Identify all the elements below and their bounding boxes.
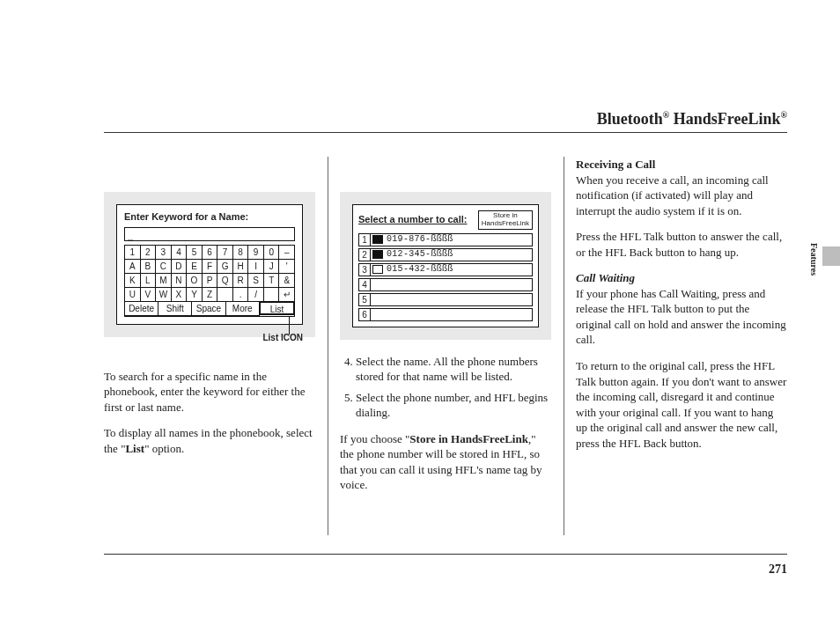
row-index: 2 (358, 248, 371, 261)
key-3[interactable]: 3 (156, 246, 172, 260)
text-span: If you choose " (340, 432, 409, 445)
col1-paragraph-2: To display all names in the phonebook, s… (104, 425, 315, 456)
row-index: 1 (358, 233, 371, 246)
key-m[interactable]: M (156, 274, 172, 288)
key-j[interactable]: J (264, 260, 280, 274)
key-a[interactable]: A (125, 260, 141, 274)
key-2[interactable]: 2 (141, 246, 157, 260)
key-d[interactable]: D (172, 260, 188, 274)
key-l[interactable]: L (141, 274, 157, 288)
space-button[interactable]: Space (192, 302, 225, 316)
call-waiting-paragraph: Call Waiting If your phone has Call Wait… (576, 270, 787, 348)
key-y[interactable]: Y (187, 288, 203, 302)
key-1[interactable]: 1 (125, 246, 141, 260)
key-f[interactable]: F (203, 260, 218, 274)
receiving-call-heading: Receiving a Call (576, 158, 655, 171)
delete-button[interactable]: Delete (125, 302, 158, 316)
number-row-1[interactable]: 1 019-876-ßßßß (358, 233, 533, 246)
phone-number: 019-876-ßßßß (387, 233, 453, 246)
text-span: When you receive a call, an incoming cal… (576, 173, 769, 217)
column-2: Select a number to call: Store in HandsF… (328, 157, 551, 504)
key-o[interactable]: O (187, 274, 203, 288)
number-list-screen: Select a number to call: Store in HandsF… (352, 204, 539, 327)
key-5[interactable]: 5 (187, 246, 203, 260)
title-word-1: Bluetooth (597, 110, 663, 128)
key-h[interactable]: H (233, 260, 249, 274)
key-n[interactable]: N (172, 274, 188, 288)
key-x[interactable]: X (172, 288, 188, 302)
text-span: If your phone has Call Waiting, press an… (576, 287, 786, 347)
mobile-icon (372, 235, 383, 244)
key-blank[interactable] (217, 288, 233, 302)
key-s[interactable]: S (248, 274, 264, 288)
key-p[interactable]: P (203, 274, 218, 288)
row-value (371, 278, 533, 291)
row-index: 3 (358, 263, 371, 276)
home-icon (372, 265, 383, 274)
key-apostrophe[interactable]: ' (279, 260, 294, 274)
col3-paragraph-2: Press the HFL Talk button to answer the … (576, 229, 787, 260)
key-w[interactable]: W (156, 288, 172, 302)
text-span: HandsFreeLink (482, 220, 529, 228)
key-u[interactable]: U (125, 288, 141, 302)
number-row-4[interactable]: 4 (358, 278, 533, 291)
number-row-3[interactable]: 3 015-432-ßßßß (358, 263, 533, 276)
bold-store-phrase: Store in HandsFreeLink (409, 432, 528, 445)
key-6[interactable]: 6 (203, 246, 218, 260)
number-list-heading: Select a number to call: (358, 213, 478, 226)
key-c[interactable]: C (156, 260, 172, 274)
key-k[interactable]: K (125, 274, 141, 288)
row-value (371, 308, 533, 321)
key-9[interactable]: 9 (248, 246, 264, 260)
key-8[interactable]: 8 (233, 246, 249, 260)
key-blank2[interactable] (264, 288, 280, 302)
key-g[interactable]: G (217, 260, 233, 274)
number-list-screenshot: Select a number to call: Store in HandsF… (340, 192, 551, 340)
key-dash[interactable]: – (279, 246, 294, 260)
keyword-input[interactable]: _ (124, 227, 295, 241)
mobile-icon (372, 250, 383, 259)
title-word-2: HandsFreeLink (669, 110, 780, 128)
call-waiting-heading: Call Waiting (576, 271, 635, 284)
key-r[interactable]: R (233, 274, 249, 288)
key-4[interactable]: 4 (172, 246, 188, 260)
title-rule (104, 132, 787, 133)
page-number: 271 (769, 562, 787, 577)
registered-mark-icon: ® (781, 110, 787, 120)
col3-paragraph-4: To return to the original call, press th… (576, 358, 787, 451)
key-7[interactable]: 7 (217, 246, 233, 260)
shift-button[interactable]: Shift (158, 302, 192, 316)
key-q[interactable]: Q (217, 274, 233, 288)
key-0[interactable]: 0 (264, 246, 280, 260)
key-e[interactable]: E (187, 260, 203, 274)
key-ampersand[interactable]: & (279, 274, 294, 288)
key-i[interactable]: I (248, 260, 264, 274)
step-5: Select the phone number, and HFL begins … (356, 390, 551, 421)
key-slash[interactable]: / (248, 288, 264, 302)
row-value: 012-345-ßßßß (371, 248, 533, 261)
keyboard-screenshot: Enter Keyword for a Name: _ 1 2 3 4 5 6 … (104, 192, 315, 337)
key-v[interactable]: V (141, 288, 157, 302)
key-enter-icon[interactable]: ↵ (279, 288, 294, 302)
number-row-5[interactable]: 5 (358, 293, 533, 306)
more-button[interactable]: More (226, 302, 260, 316)
key-t[interactable]: T (264, 274, 280, 288)
key-b[interactable]: B (141, 260, 157, 274)
list-button[interactable]: List (259, 301, 295, 315)
store-in-hfl-button[interactable]: Store in HandsFreeLink (478, 210, 533, 230)
thumb-tab (822, 246, 840, 266)
number-row-2[interactable]: 2 012-345-ßßßß (358, 248, 533, 261)
keyboard-heading: Enter Keyword for a Name: (124, 210, 295, 224)
row-value: 015-432-ßßßß (371, 263, 533, 276)
column-3: Receiving a Call When you receive a call… (564, 157, 787, 504)
number-row-6[interactable]: 6 (358, 308, 533, 321)
section-tab-label: Features (809, 243, 819, 276)
phone-number: 015-432-ßßßß (387, 263, 453, 276)
col2-store-paragraph: If you choose "Store in HandsFreeLink," … (340, 431, 551, 493)
row-index: 4 (358, 278, 371, 291)
number-list-header: Select a number to call: Store in HandsF… (358, 210, 533, 230)
receiving-call-paragraph: Receiving a Call When you receive a call… (576, 157, 787, 218)
key-z[interactable]: Z (203, 288, 218, 302)
row-value: 019-876-ßßßß (371, 233, 533, 246)
key-period[interactable]: . (233, 288, 249, 302)
